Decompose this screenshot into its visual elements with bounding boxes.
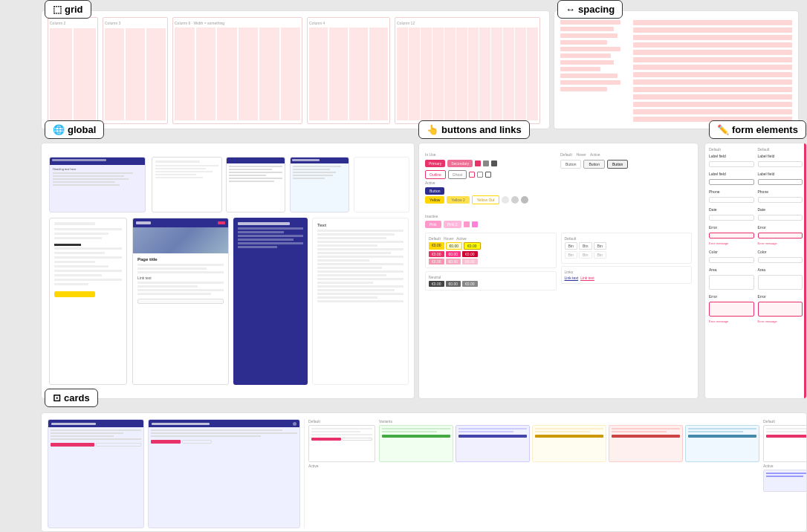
card-list [49,218,127,385]
grid-sub-1: Column 2 [48,17,98,124]
card-text: Text [312,218,409,385]
grid-sub-2: Column 3 [103,17,168,124]
grid-label: grid [65,4,83,15]
buttons-label: buttons and links [441,124,522,135]
spacing-frame [554,10,799,129]
buttons-icon: 👆 [427,124,438,135]
buttons-frame: In Use Primary Secondary Outline Ghost D… [418,143,699,399]
badge-buttons[interactable]: 👆 buttons and links [418,120,530,139]
grid-sub-4: Column 4 [307,17,390,124]
badge-grid[interactable]: ⬚ grid [45,0,91,19]
canvas: ⬚ grid ↔ spacing Column 2 Column 3 [0,0,807,532]
mini-card-3 [226,157,285,213]
cards-label: cards [64,392,90,403]
cards-frame: Heading text here [41,143,415,399]
badge-global[interactable]: 🌐 global [45,120,104,139]
global-icon: 🌐 [53,124,65,135]
bottom-card-2 [148,419,300,528]
bottom-card-1 [48,419,144,528]
form-frame: Default Label field Label field Phone Da… [704,143,807,399]
badge-spacing[interactable]: ↔ spacing [557,0,623,19]
card-page: Page title Link text [132,218,229,385]
buttons-inuse: In Use Primary Secondary Outline Ghost [425,152,551,182]
form-label: form elements [732,124,798,135]
grid-sub-5: Column 12 [395,17,540,124]
mini-card-form: Heading text here [49,157,146,213]
grid-frame: Column 2 Column 3 Column 6 · Width [41,10,550,129]
card-navy [233,218,308,385]
mini-card-4 [290,157,349,213]
grid-sub-3: Column 6 · Width = something [172,17,302,124]
buttons-bottom: Default Hover Active €0.00 €0.00 €0.00 €… [425,233,692,392]
buttons-default: Default Hover Active Button Button Butto… [560,152,687,171]
bottom-card-group-variants: Variants [379,419,759,528]
mini-card-5 [354,157,409,213]
spacing-label: spacing [578,4,615,15]
buttons-active: Active Button [425,181,551,197]
bottom-card-group-default: Default Active [308,419,375,528]
grid-icon: ⬚ [53,4,62,15]
spacing-icon: ↔ [565,4,575,15]
bottom-card-default-right: Default Active [763,419,806,528]
badge-form[interactable]: ✏️ form elements [709,120,806,139]
buttons-variants: Yellow Yellow 2 Yellow Out [425,195,696,207]
badge-cards[interactable]: ⊡ cards [45,389,98,407]
bottom-frame: Default Active Variants [41,412,807,532]
global-label: global [68,124,96,135]
form-icon: ✏️ [717,124,729,135]
buttons-pastel: Inactive Pink Pink 2 [425,214,696,230]
mini-card-grey [152,157,222,213]
cards-icon: ⊡ [53,392,61,403]
